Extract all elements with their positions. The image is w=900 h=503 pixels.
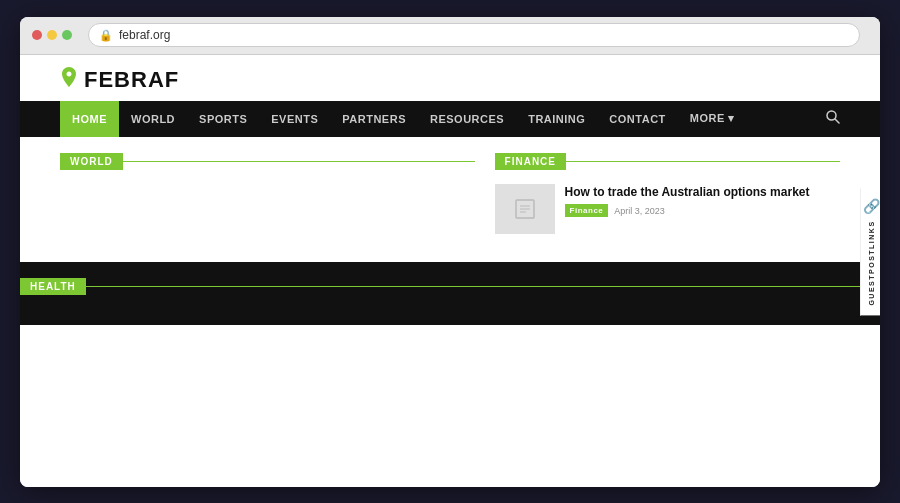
dot-maximize[interactable] (62, 30, 72, 40)
sidebar-watermark: 🔗 GUESTPOSTLINKS (860, 188, 880, 315)
browser-dots (32, 30, 72, 40)
article-info: How to trade the Australian options mark… (565, 184, 840, 218)
nav-world[interactable]: WORLD (119, 101, 187, 137)
dot-minimize[interactable] (47, 30, 57, 40)
nav-training[interactable]: TRAINING (516, 101, 597, 137)
world-tag: WORLD (60, 153, 123, 170)
logo-icon (60, 67, 78, 92)
health-section-header: HEALTH (20, 278, 880, 295)
nav-more[interactable]: MORE ▾ (678, 101, 747, 137)
nav-contact[interactable]: CONTACT (597, 101, 677, 137)
nav-events[interactable]: EVENTS (259, 101, 330, 137)
finance-section: FINANCE How t (495, 153, 840, 234)
world-section-header: WORLD (60, 153, 475, 170)
nav-partners[interactable]: PARTNERS (330, 101, 418, 137)
health-tag: HEALTH (20, 278, 86, 295)
article-title[interactable]: How to trade the Australian options mark… (565, 184, 840, 201)
two-col-layout: WORLD FINANCE (60, 153, 840, 234)
url-text: febraf.org (119, 28, 170, 42)
address-bar[interactable]: 🔒 febraf.org (88, 23, 860, 47)
world-section-line (123, 161, 475, 162)
browser-window: 🔒 febraf.org FEBRAF HOME WORLD SPORTS (20, 17, 880, 487)
site-nav: HOME WORLD SPORTS EVENTS PARTNERS RESOUR… (20, 101, 880, 137)
nav-sports[interactable]: SPORTS (187, 101, 259, 137)
svg-line-1 (835, 119, 839, 123)
article-meta: Finance April 3, 2023 (565, 204, 840, 217)
watermark-text: GUESTPOSTLINKS (868, 220, 875, 305)
site-header: FEBRAF (20, 55, 880, 93)
browser-chrome: 🔒 febraf.org (20, 17, 880, 55)
article-date: April 3, 2023 (614, 206, 665, 216)
world-section: WORLD (60, 153, 475, 234)
finance-section-line (566, 161, 840, 162)
search-icon[interactable] (826, 110, 840, 127)
main-content: WORLD FINANCE (20, 137, 880, 250)
nav-resources[interactable]: RESOURCES (418, 101, 516, 137)
article-thumbnail (495, 184, 555, 234)
finance-section-header: FINANCE (495, 153, 840, 170)
nav-items: HOME WORLD SPORTS EVENTS PARTNERS RESOUR… (60, 101, 826, 137)
dot-close[interactable] (32, 30, 42, 40)
finance-article-card: How to trade the Australian options mark… (495, 184, 840, 234)
logo-text: FEBRAF (84, 67, 179, 93)
finance-tag: FINANCE (495, 153, 566, 170)
page-content: FEBRAF HOME WORLD SPORTS EVENTS PARTNERS… (20, 55, 880, 487)
health-section: HEALTH (20, 262, 880, 325)
health-section-line (86, 286, 880, 287)
lock-icon: 🔒 (99, 29, 113, 42)
article-category[interactable]: Finance (565, 204, 609, 217)
watermark-icon: 🔗 (863, 198, 880, 214)
site-logo: FEBRAF (60, 67, 840, 93)
nav-home[interactable]: HOME (60, 101, 119, 137)
